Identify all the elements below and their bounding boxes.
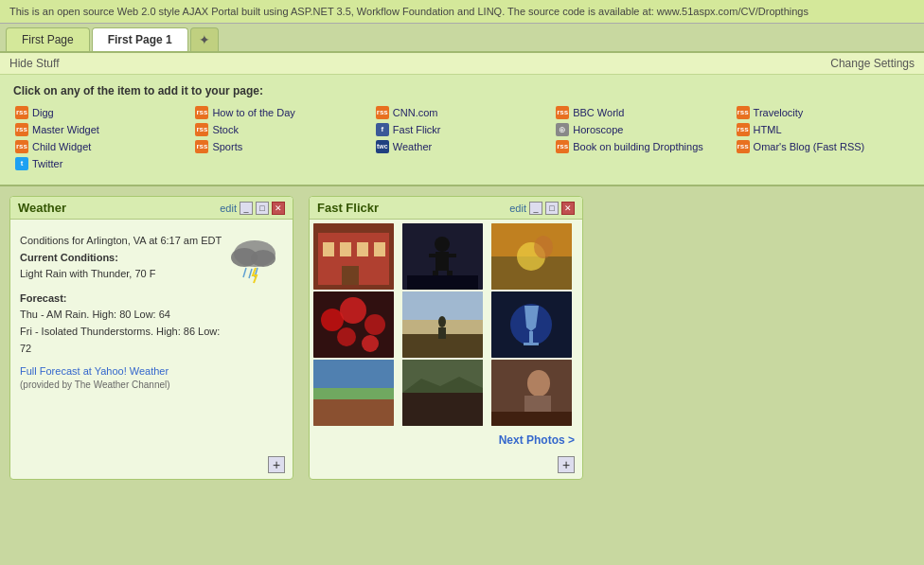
svg-rect-35 — [438, 327, 446, 339]
weather-controls: edit _ □ ✕ — [220, 202, 285, 215]
widget-item-travelocity[interactable]: rss Travelocity — [735, 105, 911, 120]
svg-rect-12 — [342, 266, 359, 285]
facebook-icon: f — [376, 123, 389, 136]
widget-label: Stock — [212, 124, 239, 135]
widget-item-cnn[interactable]: rss CNN.com — [374, 105, 550, 120]
weather-current-label: Current Conditions: — [20, 252, 118, 263]
widget-item-master[interactable]: rss Master Widget — [13, 122, 189, 137]
tab-first-page[interactable]: First Page — [6, 27, 90, 51]
flickr-thumb-4[interactable] — [313, 291, 394, 358]
widget-panel-title: Click on any of the item to add it to yo… — [13, 84, 911, 97]
weather-top: Conditions for Arlington, VA at 6:17 am … — [20, 227, 283, 357]
flickr-thumb-1[interactable] — [313, 223, 394, 290]
weather-conditions-line: Conditions for Arlington, VA at 6:17 am … — [20, 235, 222, 246]
widget-label: How to of the Day — [212, 107, 294, 118]
flickr-restore-btn[interactable]: □ — [545, 202, 559, 215]
flickr-minimize-btn[interactable]: _ — [529, 202, 542, 215]
widget-label: Book on building Dropthings — [573, 141, 703, 152]
main-content: Weather edit _ □ ✕ Conditions for Arling… — [0, 186, 924, 489]
widget-item-child[interactable]: rss Child Widget — [13, 139, 189, 154]
flickr-next-link[interactable]: Next Photos > — [499, 433, 575, 447]
weather-edit-link[interactable]: edit — [220, 203, 237, 214]
flickr-thumb-2[interactable] — [402, 223, 483, 290]
flickr-thumb-6[interactable] — [491, 291, 572, 358]
widget-item-bbc[interactable]: rss BBC World — [554, 105, 730, 120]
flickr-photo-grid — [310, 220, 582, 430]
widget-item-html[interactable]: rss HTML — [735, 122, 911, 137]
twc-icon: twc — [376, 140, 389, 153]
svg-rect-20 — [407, 275, 478, 290]
svg-rect-16 — [429, 254, 438, 257]
svg-rect-52 — [491, 412, 572, 426]
twitter-icon: t — [15, 157, 28, 170]
magnify-icon: ⊕ — [556, 123, 569, 136]
svg-rect-43 — [313, 388, 394, 399]
widget-label: HTML — [754, 124, 782, 135]
widget-panel: Click on any of the item to add it to yo… — [0, 75, 924, 186]
widget-item-sports[interactable]: rss Sports — [193, 139, 369, 154]
rss-icon: rss — [195, 106, 208, 119]
flickr-thumb-3[interactable] — [491, 223, 572, 290]
flickr-edit-link[interactable]: edit — [509, 203, 526, 214]
rss-icon: rss — [737, 106, 750, 119]
flickr-thumb-7[interactable] — [313, 360, 394, 426]
rss-icon: rss — [737, 140, 750, 153]
weather-current-value: Light Rain with Thunder, 70 F — [20, 268, 156, 279]
weather-widget-header: Weather edit _ □ ✕ — [10, 197, 293, 220]
flickr-thumb-9[interactable] — [491, 360, 572, 426]
weather-icon — [226, 227, 283, 284]
widget-item-digg[interactable]: rss Digg — [13, 105, 189, 120]
weather-info: Conditions for Arlington, VA at 6:17 am … — [20, 227, 226, 357]
flickr-thumb-5[interactable] — [402, 291, 483, 358]
widget-item-horoscope[interactable]: ⊕ Horoscope — [554, 122, 730, 137]
weather-forecast: Forecast: Thu - AM Rain. High: 80 Low: 6… — [20, 291, 226, 357]
flickr-thumb-8[interactable] — [402, 360, 483, 426]
svg-rect-47 — [402, 393, 483, 426]
widget-item-weather[interactable]: twc Weather — [374, 139, 550, 154]
weather-conditions: Conditions for Arlington, VA at 6:17 am … — [20, 233, 226, 283]
weather-close-btn[interactable]: ✕ — [272, 202, 285, 215]
svg-point-30 — [362, 335, 379, 352]
change-settings-link[interactable]: Change Settings — [830, 57, 915, 70]
widget-item-twitter[interactable]: t Twitter — [13, 156, 189, 171]
svg-rect-10 — [357, 242, 368, 256]
widget-item-omars-blog[interactable]: rss Omar's Blog (Fast RSS) — [735, 139, 911, 154]
svg-point-28 — [364, 314, 385, 335]
svg-rect-40 — [524, 343, 539, 345]
svg-rect-17 — [447, 254, 456, 257]
weather-restore-btn[interactable]: □ — [256, 202, 269, 215]
rss-icon: rss — [195, 123, 208, 136]
tab-first-page-1[interactable]: First Page 1 — [92, 27, 188, 51]
tabs-bar: First Page First Page 1 ✦ — [0, 24, 924, 53]
widget-label: Fast Flickr — [393, 124, 441, 135]
svg-point-27 — [340, 297, 366, 324]
top-bar: This is an open source Web 2.0 style AJA… — [0, 0, 924, 24]
widget-label: BBC World — [573, 107, 624, 118]
widget-item-book[interactable]: rss Book on building Dropthings — [554, 139, 730, 154]
tab-add-button[interactable]: ✦ — [190, 27, 219, 51]
svg-point-50 — [527, 370, 550, 397]
widget-item-howto[interactable]: rss How to of the Day — [193, 105, 369, 120]
widget-label: Child Widget — [32, 141, 91, 152]
flickr-close-btn[interactable]: ✕ — [561, 202, 575, 215]
rss-icon: rss — [195, 140, 208, 153]
widget-item-flickr[interactable]: f Fast Flickr — [374, 122, 550, 137]
svg-rect-42 — [313, 397, 394, 426]
svg-rect-11 — [374, 242, 385, 256]
rss-icon: rss — [15, 123, 28, 136]
widget-label: Travelocity — [754, 107, 804, 118]
weather-add-button[interactable]: + — [268, 456, 285, 473]
widget-item-stock[interactable]: rss Stock — [193, 122, 369, 137]
widget-label: Horoscope — [573, 124, 623, 135]
svg-rect-8 — [323, 242, 334, 256]
rss-icon: rss — [737, 123, 750, 136]
rss-icon: rss — [15, 106, 28, 119]
weather-forecast-link[interactable]: Full Forecast at Yahoo! Weather — [20, 365, 169, 377]
rss-icon: rss — [556, 140, 569, 153]
hide-stuff-link[interactable]: Hide Stuff — [9, 57, 59, 70]
svg-point-2 — [251, 250, 275, 267]
weather-minimize-btn[interactable]: _ — [240, 202, 253, 215]
weather-widget: Weather edit _ □ ✕ Conditions for Arling… — [9, 196, 293, 480]
weather-provided: (provided by The Weather Channel) — [20, 380, 170, 390]
flickr-add-button[interactable]: + — [558, 456, 575, 473]
